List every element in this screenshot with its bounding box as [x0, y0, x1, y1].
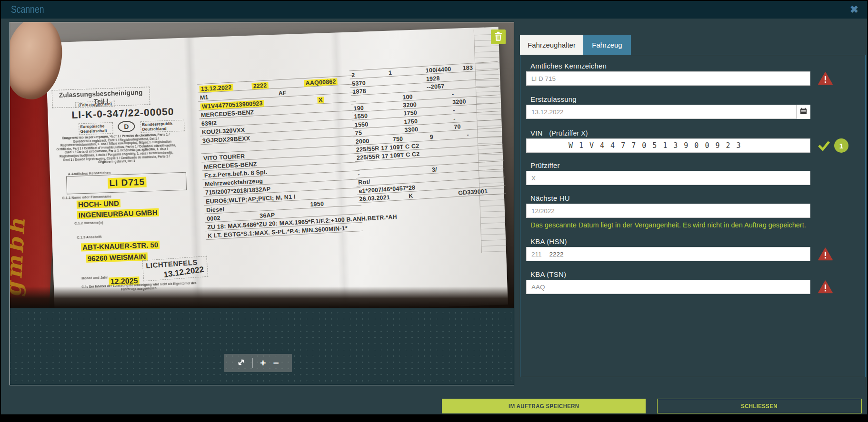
doc-cell-text: M1	[200, 94, 209, 101]
kba-tsn-label: KBA (TSN)	[530, 270, 865, 278]
pruefziffer-input[interactable]: X	[526, 171, 810, 185]
erstzulassung-label: Erstzulassung	[530, 95, 865, 103]
doc-c12-label: C.1.2 Vorname(n)	[74, 221, 103, 225]
kba-hsn-prefix: 211	[531, 251, 542, 258]
doc-cell-text: Rot/	[358, 179, 370, 186]
scanned-photo[interactable]: gmbh Zulassungsbescheinigung Teil I (Fah…	[10, 22, 514, 308]
doc-cell-text: 1	[389, 69, 392, 76]
doc-cell-text: 3/	[432, 166, 438, 173]
doc-plate-label: A Amtliches Kennzeichen	[68, 171, 111, 176]
doc-cell-text: --2057	[427, 83, 445, 90]
registration-document: Zulassungsbescheinigung Teil I (Fahrzeug…	[45, 27, 508, 308]
scan-viewer: gmbh Zulassungsbescheinigung Teil I (Fah…	[10, 22, 514, 385]
zoom-in-icon[interactable]: +	[260, 358, 266, 368]
doc-cell-text: 1950	[310, 200, 324, 208]
doc-cell-text: 0002	[207, 215, 220, 222]
doc-issue-box: LICHTENFELS 13.12.2022	[142, 256, 208, 281]
doc-cell-text: 750	[392, 135, 403, 142]
doc-plate-value: LI D715	[108, 177, 146, 189]
expand-icon[interactable]	[237, 358, 245, 368]
doc-cell-text: 2	[351, 72, 355, 79]
vehicle-form: Amtliches Kennzeichen LI D 715 Erstzulas…	[520, 55, 866, 377]
doc-number: LI-K-0-347/22-00050	[71, 106, 174, 120]
save-to-order-button[interactable]: IM AUFTRAG SPEICHERN	[442, 399, 646, 413]
doc-cell-text: 3200	[403, 101, 417, 109]
tab-fahrzeug[interactable]: Fahrzeug	[583, 35, 631, 55]
title-bar: Scannen ✖	[1, 1, 867, 19]
doc-cell-text: -	[467, 131, 469, 138]
delete-scan-button[interactable]	[491, 29, 506, 44]
check-icon	[818, 140, 830, 151]
doc-cell-text: -	[358, 171, 360, 178]
doc-cell-text: 2222	[251, 82, 268, 90]
vin-info-badge[interactable]: 1	[834, 138, 848, 153]
erstzulassung-input[interactable]: 13.12.2022	[526, 105, 810, 119]
doc-cell-text: X	[317, 96, 324, 103]
doc-country: Bundesrepublik Deutschland	[140, 120, 185, 133]
image-zoom-controls: + −	[224, 354, 292, 372]
doc-owner-line2: INGENIEURBAU GMBH	[77, 208, 159, 219]
kba-hsn-label: KBA (HSN)	[530, 237, 865, 245]
doc-cell-text: 1750	[403, 109, 417, 117]
doc-address-line1: ABT-KNAUER-STR. 50	[81, 241, 160, 252]
pruefziffer-label: Prüfziffer	[530, 161, 865, 169]
warning-icon	[818, 280, 833, 294]
dialog-title: Scannen	[11, 3, 44, 16]
doc-cell-text: 1750	[404, 118, 418, 125]
doc-plate-box: A Amtliches Kennzeichen LI D715	[66, 172, 187, 195]
doc-cell-text: 639/2	[201, 119, 217, 127]
doc-cell-text: 1550	[354, 113, 368, 120]
doc-cell-text: 2000	[355, 137, 369, 145]
scan-dialog: Scannen ✖ gmbh Zulassungsbescheinigung T…	[0, 0, 868, 422]
close-icon[interactable]: ✖	[848, 3, 860, 16]
doc-fine-print: Свидетелство за регистрация, Част 1 / Pe…	[55, 132, 177, 166]
doc-cell-text: 1878	[352, 88, 366, 96]
doc-cell-text: K	[409, 193, 413, 200]
doc-cell-text: 9	[429, 133, 433, 140]
vin-label: VIN(Prüfziffer X)	[530, 129, 865, 137]
doc-address-line2: 96260 WEISMAIN	[86, 253, 148, 263]
kennzeichen-input[interactable]: LI D 715	[526, 71, 810, 86]
doc-cell-text: 70	[454, 123, 461, 130]
hu-past-date-message: Das gescannte Datum liegt in der Vergang…	[530, 221, 807, 230]
doc-subtitle: (Fahrzeugschein)	[75, 101, 115, 108]
naechste-hu-input[interactable]: 12/2022	[526, 204, 810, 218]
kba-hsn-value: 2222	[549, 251, 564, 258]
zoom-out-icon[interactable]: −	[273, 358, 279, 368]
doc-cell-text: 100	[402, 93, 413, 100]
vin-label-note: (Prüfziffer X)	[549, 129, 588, 137]
doc-cell-text: 5370	[352, 79, 366, 87]
doc-eu-community: Europäische Gemeinschaft	[79, 122, 113, 135]
zoom-divider	[252, 358, 253, 368]
doc-mid-rows: 13.12.20222222AAQ00862M1AFW1V44770513900…	[197, 75, 363, 240]
calendar-icon	[800, 108, 807, 117]
doc-cell-text: 183	[462, 65, 473, 72]
naechste-hu-label: Nächste HU	[530, 194, 865, 202]
doc-owner-line1: HOCH- UND	[77, 199, 120, 208]
doc-second-page-edge	[474, 29, 507, 253]
warning-icon	[818, 72, 833, 85]
doc-cell-text: 36AP	[259, 212, 275, 219]
form-tabs: Fahrzeughalter Fahrzeug	[520, 35, 631, 55]
kba-hsn-input[interactable]: 211 2222	[526, 247, 810, 261]
kba-tsn-input[interactable]: AAQ	[526, 280, 810, 294]
vin-input[interactable]: W1V44770513900923	[526, 138, 810, 153]
doc-cell-text: -	[453, 115, 456, 122]
tab-fahrzeughalter[interactable]: Fahrzeughalter	[520, 35, 583, 55]
doc-cell-text: 3200	[452, 98, 466, 106]
calendar-button[interactable]	[796, 105, 810, 119]
doc-cell: 26.03.2021	[357, 193, 407, 203]
doc-hu-label: Monat und Jahr	[80, 276, 108, 281]
close-button[interactable]: SCHLIESSEN	[657, 399, 862, 413]
doc-cell-text: Diesel	[206, 206, 225, 214]
doc-cell-text: 3300	[404, 126, 418, 134]
doc-cell-text: 1550	[354, 121, 368, 128]
doc-c13-label: C.1.3 Anschrift	[77, 235, 101, 239]
doc-cell-text: 26.03.2021	[359, 194, 390, 203]
kennzeichen-label: Amtliches Kennzeichen	[530, 62, 865, 70]
doc-cell-text: 75	[355, 129, 362, 137]
trash-icon	[494, 31, 503, 43]
photo-side-text: gmbh	[10, 74, 38, 302]
doc-cell-text: 1928	[426, 75, 440, 82]
doc-cell-text: AF	[278, 90, 287, 97]
